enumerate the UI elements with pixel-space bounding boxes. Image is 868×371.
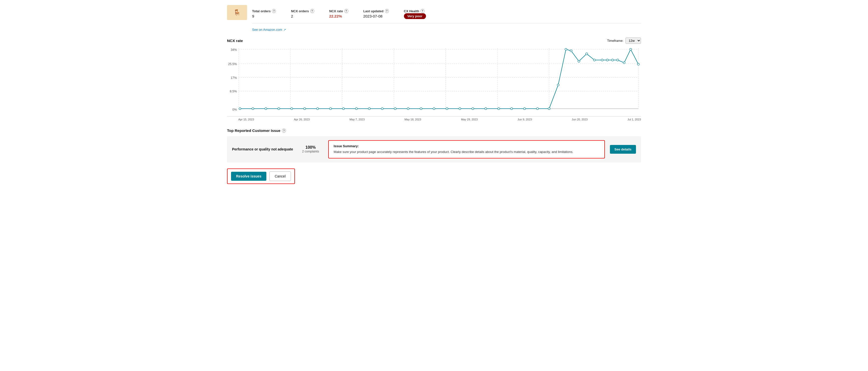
svg-point-51 [612, 59, 613, 61]
issue-name: Performance or quality not adequate [232, 147, 293, 151]
total-orders-info-icon[interactable]: ? [272, 9, 276, 13]
svg-point-27 [355, 108, 357, 110]
svg-point-55 [638, 63, 640, 65]
issue-stats: 100% 2 complaints [298, 145, 323, 153]
svg-point-30 [394, 108, 396, 110]
svg-point-29 [381, 108, 383, 110]
svg-point-43 [557, 84, 559, 86]
issue-percentage: 100% [298, 145, 323, 150]
svg-point-40 [523, 108, 525, 110]
ncx-orders-value: 2 [291, 14, 314, 18]
svg-point-23 [304, 108, 306, 110]
svg-point-54 [630, 48, 632, 50]
svg-point-41 [536, 108, 538, 110]
svg-point-36 [472, 108, 474, 110]
svg-point-33 [433, 108, 435, 110]
svg-point-18 [239, 108, 241, 110]
svg-text:8.5%: 8.5% [230, 90, 237, 93]
ncx-rate-info-icon[interactable]: ? [344, 9, 348, 13]
issue-summary-box: Issue Summary: Make sure your product pa… [328, 140, 605, 159]
cx-health-label: CX Health [404, 9, 419, 13]
chart-x-axis: Apr 15, 2023 Apr 26, 2023 May 7, 2023 Ma… [227, 116, 641, 121]
issues-section: Top Reported Customer Issue ? Performanc… [227, 128, 641, 184]
svg-point-42 [548, 108, 550, 110]
svg-point-21 [278, 108, 280, 110]
x-label-2: May 7, 2023 [349, 118, 365, 121]
last-updated-value: 2023-07-08 [363, 14, 389, 18]
cancel-button[interactable]: Cancel [269, 171, 291, 181]
ncx-rate-chart: 34% 25.5% 17% 8.5% 0% [227, 46, 641, 116]
svg-text:0%: 0% [232, 108, 237, 111]
cx-health-info-icon[interactable]: ? [421, 9, 425, 13]
ncx-orders-info-icon[interactable]: ? [310, 9, 314, 13]
chart-title: NCX rate [227, 39, 243, 43]
stats-row: Total orders ? 9 NCX orders ? 2 NCX rate [252, 5, 641, 24]
svg-point-50 [607, 59, 609, 61]
issues-section-title: Top Reported Customer Issue ? [227, 128, 641, 133]
cx-health-stat: CX Health ? Very poor [404, 9, 426, 18]
svg-text:25.5%: 25.5% [228, 62, 237, 66]
timeframe-selector: Timeframe: 12w 4w 26w 52w [607, 38, 641, 44]
action-buttons-row: Resolve issues Cancel [227, 168, 295, 184]
cx-health-badge: Very poor [404, 13, 426, 19]
ncx-rate-stat: NCX rate ? 22.22% [329, 9, 348, 18]
timeframe-dropdown[interactable]: 12w 4w 26w 52w [625, 38, 641, 44]
issues-info-icon[interactable]: ? [282, 129, 286, 133]
amazon-link-text: See on Amazon.com [252, 28, 282, 32]
svg-point-49 [601, 59, 603, 61]
svg-point-38 [498, 108, 500, 110]
x-label-5: Jun 9, 2023 [518, 118, 532, 121]
x-label-1: Apr 26, 2023 [294, 118, 310, 121]
svg-point-48 [593, 59, 595, 61]
svg-point-25 [330, 108, 332, 110]
ncx-orders-stat: NCX orders ? 2 [291, 9, 314, 18]
resolve-issues-button[interactable]: Resolve issues [231, 172, 266, 181]
ncx-rate-chart-section: NCX rate Timeframe: 12w 4w 26w 52w 34% 2… [227, 38, 641, 121]
x-label-7: Jul 1, 2023 [627, 118, 641, 121]
svg-point-34 [446, 108, 448, 110]
external-link-icon: ↗ [283, 28, 286, 32]
issue-summary-text: Make sure your product page accurately r… [334, 149, 600, 155]
svg-point-24 [316, 108, 318, 110]
timeframe-label: Timeframe: [607, 39, 623, 42]
amazon-link[interactable]: See on Amazon.com ↗ [252, 28, 286, 32]
svg-point-28 [368, 108, 370, 110]
svg-point-53 [623, 62, 625, 64]
total-orders-stat: Total orders ? 9 [252, 9, 276, 18]
ncx-rate-value: 22.22% [329, 14, 348, 18]
svg-text:34%: 34% [230, 48, 237, 52]
chart-svg: 34% 25.5% 17% 8.5% 0% [227, 46, 641, 116]
svg-point-20 [265, 108, 267, 110]
x-label-4: May 29, 2023 [461, 118, 478, 121]
svg-point-39 [511, 108, 513, 110]
last-updated-label: Last updated [363, 9, 384, 13]
see-details-button[interactable]: See details [610, 145, 636, 154]
ncx-rate-label: NCX rate [329, 9, 343, 13]
issue-complaints: 2 complaints [298, 150, 323, 153]
last-updated-stat: Last updated ? 2023-07-08 [363, 9, 389, 18]
issue-summary-title: Issue Summary: [334, 144, 600, 148]
total-orders-label: Total orders [252, 9, 271, 13]
svg-point-37 [485, 108, 487, 110]
svg-point-45 [570, 50, 572, 52]
issues-title-text: Top Reported Customer Issue [227, 128, 280, 133]
svg-point-35 [459, 108, 461, 110]
product-image: 🪑 [227, 5, 247, 20]
svg-point-52 [617, 59, 619, 61]
issue-row: Performance or quality not adequate 100%… [227, 136, 641, 163]
ncx-orders-label: NCX orders [291, 9, 309, 13]
svg-point-31 [407, 108, 409, 110]
svg-point-46 [578, 60, 580, 62]
svg-point-47 [586, 53, 588, 55]
x-label-0: Apr 15, 2023 [238, 118, 254, 121]
x-label-3: May 18, 2023 [404, 118, 421, 121]
svg-point-22 [291, 108, 293, 110]
total-orders-value: 9 [252, 14, 276, 18]
last-updated-info-icon[interactable]: ? [385, 9, 389, 13]
svg-point-44 [565, 48, 567, 50]
svg-point-26 [342, 108, 344, 110]
x-label-6: Jun 20, 2023 [572, 118, 588, 121]
svg-point-19 [252, 108, 254, 110]
svg-point-32 [420, 108, 422, 110]
svg-text:17%: 17% [230, 76, 237, 79]
